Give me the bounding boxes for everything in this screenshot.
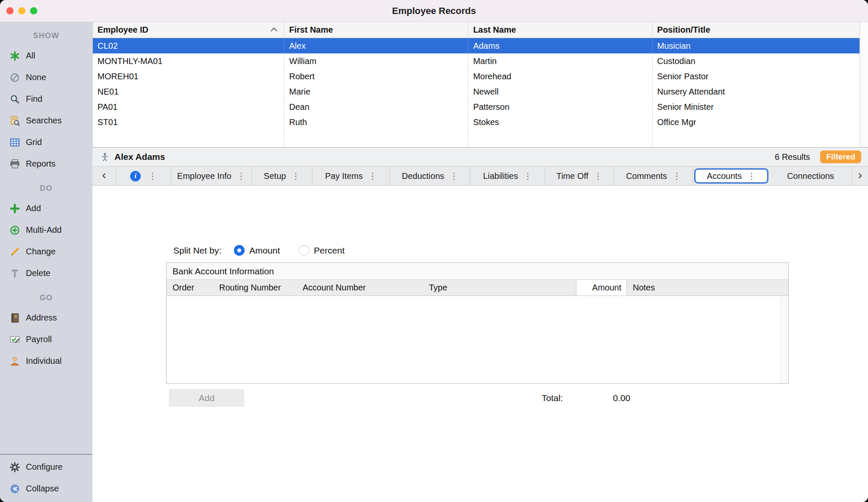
tab-label: Time Off — [556, 171, 589, 181]
sidebar-item-individual[interactable]: Individual — [0, 350, 92, 372]
tab-label: Setup — [264, 171, 286, 181]
last-name-cell: Newell — [468, 84, 652, 99]
tab-time-off[interactable]: Time Off ⋮ — [545, 167, 614, 185]
sidebar-item-find[interactable]: Find — [0, 88, 92, 110]
employee-row[interactable]: MONTHLY-MA01 William Martin Custodian — [93, 53, 860, 69]
kebab-menu-icon[interactable]: ⋮ — [523, 172, 532, 180]
kebab-menu-icon[interactable]: ⋮ — [747, 172, 756, 180]
sidebar-item-label: Grid — [26, 137, 42, 147]
sidebar-item-none[interactable]: None — [0, 67, 92, 88]
column-header-position[interactable]: Position/Title — [653, 22, 860, 38]
radio-unselected-icon[interactable] — [299, 245, 309, 256]
kebab-menu-icon[interactable]: ⋮ — [368, 172, 377, 180]
column-header-last-name[interactable]: Last Name — [468, 22, 652, 38]
radio-selected-icon[interactable] — [234, 245, 245, 256]
employee-row-selected[interactable]: CL02 Alex Adams Musician — [93, 38, 860, 53]
employee-row[interactable]: PA01 Dean Patterson Senior Minister — [93, 99, 860, 114]
kebab-menu-icon[interactable]: ⋮ — [292, 172, 300, 180]
sidebar-item-label: Reports — [26, 159, 56, 169]
sidebar-item-address[interactable]: Address — [0, 307, 92, 329]
employee-row[interactable]: ST01 Ruth Stokes Office Mgr — [93, 114, 860, 130]
record-tab-bar: ‹ i ⋮ Employee Info ⋮ Setup ⋮ Pay Items … — [92, 166, 868, 186]
close-window-button[interactable] — [6, 7, 14, 14]
column-header-first-name[interactable]: First Name — [284, 22, 468, 38]
chevron-left-icon: ‹ — [102, 169, 106, 183]
column-header-notes[interactable]: Notes — [627, 280, 788, 296]
radio-option-amount[interactable]: Amount — [234, 245, 280, 256]
tab-scroll-left-button[interactable]: ‹ — [92, 167, 116, 185]
vertical-scrollbar[interactable] — [860, 22, 868, 147]
kebab-menu-icon[interactable]: ⋮ — [673, 172, 681, 180]
sidebar-item-delete[interactable]: Delete — [0, 262, 92, 284]
tab-employee-info[interactable]: Employee Info ⋮ — [171, 167, 252, 185]
column-header-label: Position/Title — [657, 25, 710, 35]
kebab-menu-icon[interactable]: ⋮ — [450, 172, 458, 180]
sidebar-item-label: Add — [26, 204, 41, 213]
first-name-cell: Ruth — [284, 114, 468, 130]
column-header-employee-id[interactable]: Employee ID — [93, 22, 284, 38]
empty-cell — [284, 130, 468, 147]
tab-pay-items[interactable]: Pay Items ⋮ — [312, 167, 390, 185]
collapse-icon — [9, 483, 20, 494]
gear-icon — [9, 462, 20, 473]
tab-connections[interactable]: Connections — [769, 167, 852, 185]
position-cell: Senior Pastor — [653, 69, 860, 84]
column-header-order[interactable]: Order — [167, 280, 213, 296]
title-bar: Employee Records — [0, 0, 868, 22]
sidebar-item-searches[interactable]: Searches — [0, 110, 92, 131]
column-header-routing-number[interactable]: Routing Number — [213, 280, 297, 296]
sidebar-item-change[interactable]: Change — [0, 241, 92, 262]
kebab-menu-icon[interactable]: ⋮ — [148, 172, 157, 180]
tab-accounts-selected[interactable]: Accounts ⋮ — [694, 168, 768, 184]
sidebar-item-label: Payroll — [26, 335, 52, 344]
sidebar-item-configure[interactable]: Configure — [0, 456, 92, 478]
employee-row[interactable]: MOREH01 Robert Morehead Senior Pastor — [93, 69, 860, 84]
sidebar-item-all[interactable]: All — [0, 45, 92, 67]
column-header-type[interactable]: Type — [423, 280, 576, 296]
sidebar-item-collapse[interactable]: Collapse — [0, 478, 92, 499]
sidebar-item-payroll[interactable]: Payroll — [0, 329, 92, 350]
address-book-icon — [9, 312, 20, 324]
tab-label: Comments — [626, 171, 667, 181]
column-header-account-number[interactable]: Account Number — [297, 280, 423, 296]
bank-table-footer: Add Total: 0.00 — [169, 389, 868, 407]
filtered-badge[interactable]: Filtered — [820, 151, 861, 163]
sidebar-item-label: Collapse — [26, 484, 59, 494]
sidebar-item-add[interactable]: Add — [0, 198, 92, 219]
tab-scroll-right-button[interactable]: › — [852, 167, 868, 185]
radio-option-percent[interactable]: Percent — [299, 245, 345, 256]
sidebar-item-reports[interactable]: Reports — [0, 153, 92, 175]
position-cell: Senior Minister — [653, 99, 860, 114]
sidebar-item-label: Configure — [26, 462, 63, 472]
zoom-window-button[interactable] — [30, 7, 37, 14]
employee-id-cell: MONTHLY-MA01 — [93, 53, 284, 69]
sidebar-item-multi-add[interactable]: Multi-Add — [0, 219, 92, 241]
tab-label: Liabilities — [483, 171, 518, 181]
selected-record-name: Alex Adams — [114, 152, 165, 162]
bank-table-empty-area — [167, 296, 781, 383]
last-name-cell: Martin — [468, 53, 652, 69]
sidebar-item-grid[interactable]: Grid — [0, 131, 92, 153]
search-icon — [9, 94, 20, 105]
tab-liabilities[interactable]: Liabilities ⋮ — [470, 167, 545, 185]
column-header-amount[interactable]: Amount — [576, 280, 627, 296]
tab-info[interactable]: i ⋮ — [116, 167, 171, 185]
bank-table-body — [167, 296, 788, 383]
tab-comments[interactable]: Comments ⋮ — [614, 167, 693, 185]
minimize-window-button[interactable] — [18, 7, 25, 14]
last-name-cell: Morehead — [468, 69, 652, 84]
kebab-menu-icon[interactable]: ⋮ — [237, 172, 245, 180]
tab-setup[interactable]: Setup ⋮ — [252, 167, 312, 185]
sidebar-item-label: Change — [26, 247, 56, 257]
add-account-button[interactable]: Add — [169, 389, 244, 407]
empty-cell — [93, 130, 284, 147]
employee-id-cell: PA01 — [93, 99, 284, 114]
kebab-menu-icon[interactable]: ⋮ — [594, 172, 602, 180]
position-cell: Custodian — [653, 53, 860, 69]
vertical-scrollbar[interactable] — [781, 296, 788, 383]
employee-row[interactable]: NE01 Marie Newell Nursery Attendant — [93, 84, 860, 99]
sidebar-item-label: Find — [26, 94, 42, 104]
sidebar-section-go: GO — [0, 288, 92, 307]
payroll-check-icon — [9, 334, 20, 345]
tab-deductions[interactable]: Deductions ⋮ — [390, 167, 470, 185]
